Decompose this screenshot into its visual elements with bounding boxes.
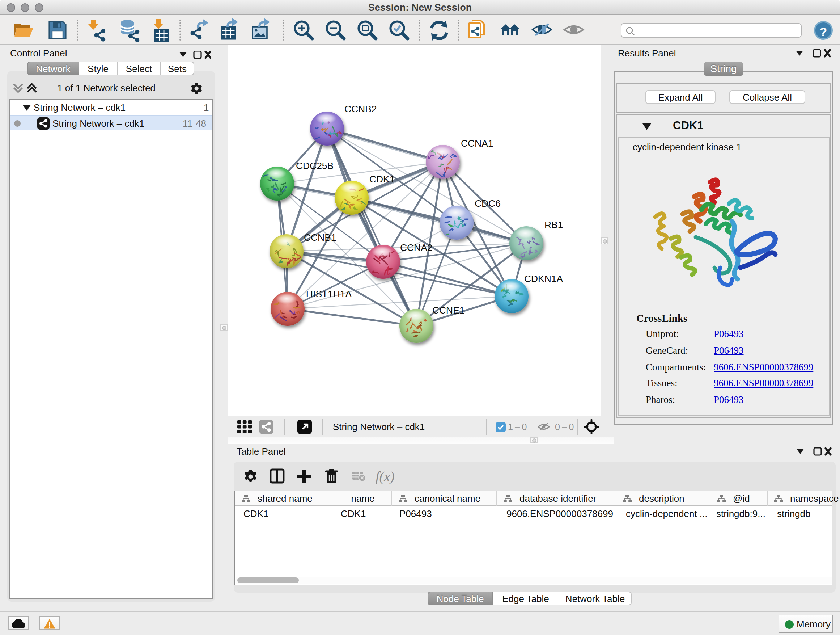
svg-text:CCNA2: CCNA2 xyxy=(400,242,432,253)
svg-text:CCNA1: CCNA1 xyxy=(461,138,493,149)
svg-text:HIST1H1A: HIST1H1A xyxy=(306,288,352,299)
svg-text:CDKN1A: CDKN1A xyxy=(524,273,563,284)
svg-text:CDC25B: CDC25B xyxy=(296,160,333,171)
svg-text:CDC6: CDC6 xyxy=(475,198,501,209)
svg-text:f(x): f(x) xyxy=(376,469,395,485)
svg-text:CCNB2: CCNB2 xyxy=(344,103,377,114)
svg-text:RB1: RB1 xyxy=(545,219,563,230)
svg-text:CDK1: CDK1 xyxy=(369,174,395,185)
svg-text:CCNB1: CCNB1 xyxy=(304,232,336,243)
svg-text:CCNE1: CCNE1 xyxy=(432,305,464,316)
